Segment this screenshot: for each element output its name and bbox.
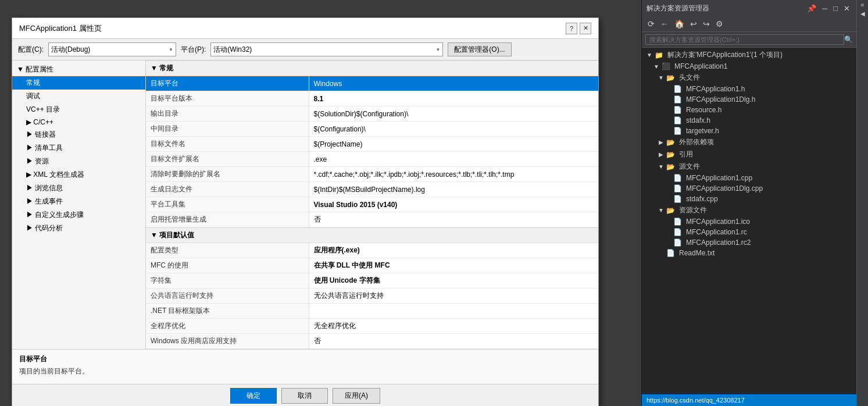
tree-file-stdafx.h[interactable]: 📄stdafx.h [642, 115, 856, 126]
help-button[interactable]: ? [566, 23, 577, 34]
tree-group-引用[interactable]: ▶📂引用 [642, 148, 856, 161]
prop-row-incremental-build[interactable]: 启用托管增量生成否 [146, 212, 598, 227]
prop-value-build-log: $(IntDir)$(MSBuildProjectName).log [309, 182, 598, 197]
prop-row-platform-toolset[interactable]: 平台工具集Visual Studio 2015 (v140) [146, 197, 598, 212]
tree-file-Resource.h[interactable]: 📄Resource.h [642, 105, 856, 115]
close-button[interactable]: ✕ [580, 23, 591, 34]
prop-row-output-dir[interactable]: 输出目录$(SolutionDir)$(Configuration)\ [146, 106, 598, 122]
prop-label-clr-support: 公共语言运行时支持 [146, 289, 309, 304]
tree-file-MFCApplication1Dlg.cpp[interactable]: 📄MFCApplication1Dlg.cpp [642, 183, 856, 194]
prop-value-win-store: 否 [309, 334, 598, 349]
panel-redo-button[interactable]: ↪ [701, 18, 712, 30]
tree-group-头文件[interactable]: ▼📂头文件 [642, 72, 856, 84]
prop-label-whole-program: 全程序优化 [146, 319, 309, 334]
dialog-toolbar: 配置(C): 活动(Debug) ▼ 平台(P): 活动(Win32) ▼ 配置… [12, 39, 598, 60]
sidebar-item-cpp[interactable]: ▶ C/C++ [12, 116, 145, 128]
prop-value-mfc-use: 在共享 DLL 中使用 MFC [309, 258, 598, 273]
prop-row-charset[interactable]: 字符集使用 Unicode 字符集 [146, 273, 598, 289]
prop-value-platform-toolset: Visual Studio 2015 (v140) [309, 197, 598, 212]
sidebar-item-manifest[interactable]: ▶ 清单工具 [12, 141, 145, 155]
description-text: 项目的当前目标平台。 [19, 366, 591, 376]
tree-file-MFCApplication1.rc[interactable]: 📄MFCApplication1.rc [642, 227, 856, 237]
search-input[interactable] [645, 34, 844, 45]
panel-settings-button[interactable]: ⚙ [713, 18, 726, 30]
prop-row-clr-support[interactable]: 公共语言运行时支持无公共语言运行时支持 [146, 289, 598, 304]
prop-value-target-platform: Windows [309, 76, 598, 91]
tree-group-资源文件[interactable]: ▼📂资源文件 [642, 204, 856, 216]
platform-dropdown[interactable]: 活动(Win32) ▼ [210, 42, 443, 56]
prop-label-extensions-del: 清除时要删除的扩展名 [146, 167, 309, 182]
footer-btn-2[interactable]: 应用(A) [333, 388, 380, 404]
prop-value-whole-program: 无全程序优化 [309, 319, 598, 334]
prop-value-incremental-build: 否 [309, 212, 598, 227]
panel-home-button[interactable]: 🏠 [672, 18, 687, 30]
prop-label-config-type: 配置类型 [146, 243, 309, 258]
prop-label-intermediate-dir: 中间目录 [146, 122, 309, 137]
dialog-body: ▼ 配置属性常规调试VC++ 目录▶ C/C++▶ 链接器▶ 清单工具▶ 资源▶… [12, 60, 598, 349]
sidebar-item-vcpp-dirs[interactable]: VC++ 目录 [12, 103, 145, 116]
properties-table-project-defaults: 配置类型应用程序(.exe)MFC 的使用在共享 DLL 中使用 MFC字符集使… [146, 243, 598, 349]
prop-row-config-type[interactable]: 配置类型应用程序(.exe) [146, 243, 598, 258]
prop-row-target-ext[interactable]: 目标文件扩展名.exe [146, 152, 598, 167]
sidebar-item-linker[interactable]: ▶ 链接器 [12, 128, 145, 141]
prop-row-mfc-use[interactable]: MFC 的使用在共享 DLL 中使用 MFC [146, 258, 598, 273]
far-right-btn-1[interactable]: ≡ [858, 2, 867, 8]
sidebar-item-resources[interactable]: ▶ 资源 [12, 155, 145, 168]
sidebar-item-browse[interactable]: ▶ 浏览信息 [12, 181, 145, 195]
properties-dialog: MFCApplication1 属性页 ? ✕ 配置(C): 活动(Debug)… [12, 17, 599, 406]
far-right-btn-2[interactable]: ◀ [858, 9, 867, 18]
panel-refresh-button[interactable]: ⟳ [645, 18, 657, 30]
sidebar-item-xml[interactable]: ▶ XML 文档生成器 [12, 168, 145, 181]
panel-pin-button[interactable]: 📌 [805, 4, 818, 13]
config-value: 活动(Debug) [51, 45, 169, 55]
footer-btn-0[interactable]: 确定 [230, 388, 277, 404]
search-icon-button[interactable]: 🔍 [844, 35, 853, 44]
sidebar-item-build-events[interactable]: ▶ 生成事件 [12, 195, 145, 208]
tree-file-stdafx.cpp[interactable]: 📄stdafx.cpp [642, 194, 856, 204]
panel-titlebar: 解决方案资源管理器 📌 ─ □ ✕ [642, 0, 856, 16]
tree-group-源文件[interactable]: ▼📂源文件 [642, 161, 856, 173]
tree-file-MFCApplication1.ico[interactable]: 📄MFCApplication1.ico [642, 216, 856, 227]
tree-file-MFCApplication1Dlg.h[interactable]: 📄MFCApplication1Dlg.h [642, 94, 856, 105]
sidebar-item-general[interactable]: 常规 [12, 76, 145, 90]
prop-row-win-store[interactable]: Windows 应用商店应用支持否 [146, 334, 598, 349]
prop-label-mfc-use: MFC 的使用 [146, 258, 309, 273]
prop-label-output-dir: 输出目录 [146, 106, 309, 122]
tree-project[interactable]: ▼⬛MFCApplication1 [642, 61, 856, 72]
sidebar-item-code-analysis[interactable]: ▶ 代码分析 [12, 222, 145, 235]
tree-solution-root[interactable]: ▼📁解决方案'MFCApplication1'(1 个项目) [642, 49, 856, 61]
panel-minimize-button[interactable]: ─ [820, 4, 829, 13]
prop-row-target-platform-ver[interactable]: 目标平台版本8.1 [146, 91, 598, 106]
sidebar-item-debug[interactable]: 调试 [12, 90, 145, 103]
config-label: 配置(C): [18, 45, 44, 55]
prop-row-build-log[interactable]: 生成日志文件$(IntDir)$(MSBuildProjectName).log [146, 182, 598, 197]
footer-btn-1[interactable]: 取消 [281, 388, 328, 404]
tree-file-MFCApplication1.cpp[interactable]: 📄MFCApplication1.cpp [642, 173, 856, 183]
prop-row-intermediate-dir[interactable]: 中间目录$(Configuration)\ [146, 122, 598, 137]
prop-row-whole-program[interactable]: 全程序优化无全程序优化 [146, 319, 598, 334]
tree-file-MFCApplication1.h[interactable]: 📄MFCApplication1.h [642, 84, 856, 94]
prop-value-output-dir: $(SolutionDir)$(Configuration)\ [309, 106, 598, 122]
tree-group-外部依赖项[interactable]: ▶📂外部依赖项 [642, 136, 856, 148]
sidebar-item-config-props[interactable]: ▼ 配置属性 [12, 63, 145, 76]
panel-maximize-button[interactable]: □ [831, 4, 840, 13]
panel-back-button[interactable]: ← [658, 18, 671, 30]
prop-row-target-platform[interactable]: 目标平台Windows [146, 76, 598, 91]
description-title: 目标平台 [19, 354, 591, 364]
section-header-project-defaults: ▼ 项目默认值 [146, 227, 598, 243]
platform-value: 活动(Win32) [213, 45, 435, 55]
prop-row-target-name[interactable]: 目标文件名$(ProjectName) [146, 137, 598, 152]
config-manager-button[interactable]: 配置管理器(O)... [448, 42, 511, 56]
prop-value-config-type: 应用程序(.exe) [309, 243, 598, 258]
statusbar-url: https://blog.csdn.net/qq_42308217 [646, 397, 745, 404]
panel-undo-button[interactable]: ↩ [688, 18, 699, 30]
config-dropdown[interactable]: 活动(Debug) ▼ [48, 42, 176, 56]
tree-file-targetver.h[interactable]: 📄targetver.h [642, 126, 856, 136]
tree-file-MFCApplication1.rc2[interactable]: 📄MFCApplication1.rc2 [642, 237, 856, 248]
prop-row-dotnet-ver[interactable]: .NET 目标框架版本 [146, 304, 598, 319]
dialog-sidebar: ▼ 配置属性常规调试VC++ 目录▶ C/C++▶ 链接器▶ 清单工具▶ 资源▶… [12, 60, 146, 349]
tree-root-file-ReadMe.txt[interactable]: 📄ReadMe.txt [642, 248, 856, 258]
sidebar-item-custom-build[interactable]: ▶ 自定义生成步骤 [12, 208, 145, 222]
panel-close-button[interactable]: ✕ [842, 4, 852, 13]
prop-row-extensions-del[interactable]: 清除时要删除的扩展名*.cdf;*.cache;*.obj;*.ilk;*.ip… [146, 167, 598, 182]
